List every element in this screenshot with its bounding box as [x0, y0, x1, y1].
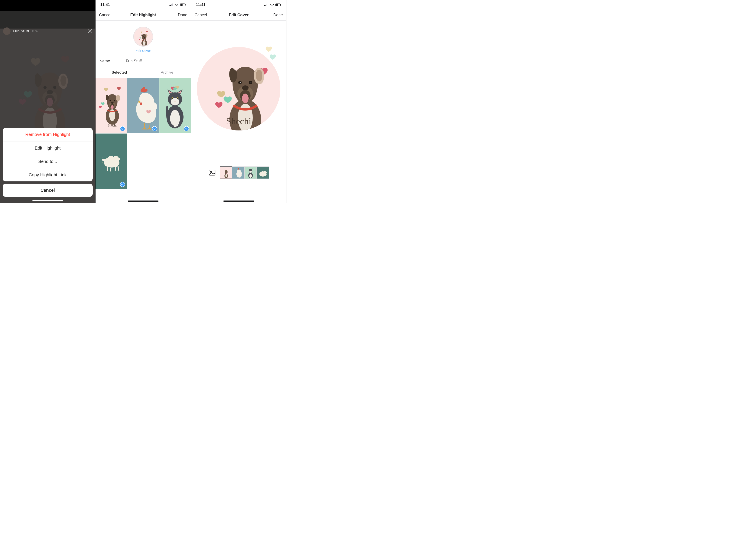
svg-point-75: [250, 171, 252, 173]
story-thumb-cat[interactable]: [159, 78, 191, 133]
done-button[interactable]: Done: [267, 13, 283, 17]
svg-rect-50: [268, 4, 268, 6]
highlight-age: 10w: [31, 29, 38, 33]
close-icon[interactable]: [87, 29, 92, 34]
svg-point-5: [47, 90, 53, 95]
story-thumb-dog[interactable]: Shechi: [95, 78, 127, 133]
remove-from-highlight-button[interactable]: Remove from Highlight: [3, 128, 93, 141]
svg-point-64: [240, 82, 241, 83]
action-sheet: Remove from Highlight Edit Highlight Sen…: [3, 128, 93, 197]
svg-point-67: [210, 171, 212, 172]
svg-point-63: [249, 81, 252, 84]
cover-option-chicken[interactable]: [232, 166, 244, 179]
cancel-button[interactable]: Cancel: [195, 13, 210, 17]
svg-point-62: [238, 81, 242, 84]
svg-point-41: [172, 98, 173, 99]
tab-archive[interactable]: Archive: [143, 67, 191, 78]
svg-point-6: [43, 86, 46, 89]
selected-check-icon: [120, 182, 125, 187]
svg-rect-52: [276, 4, 278, 6]
cellular-icon: [169, 4, 173, 6]
svg-text:Shechi: Shechi: [108, 124, 117, 127]
name-field[interactable]: Fun Stuff: [126, 59, 142, 64]
wifi-icon: [270, 4, 274, 6]
name-label: Name: [99, 59, 126, 64]
svg-rect-14: [185, 4, 186, 6]
svg-point-28: [111, 105, 114, 109]
svg-rect-10: [171, 4, 172, 6]
camera-roll-icon[interactable]: [208, 169, 216, 176]
cover-preview[interactable]: Shechi: [191, 21, 286, 157]
svg-point-31: [114, 100, 115, 101]
status-bar: 11:41: [191, 0, 286, 10]
svg-rect-11: [172, 4, 173, 6]
svg-rect-49: [267, 4, 267, 6]
cover-option-goat[interactable]: [257, 166, 269, 179]
story-thumb-goat[interactable]: [95, 133, 127, 189]
battery-icon: [275, 4, 282, 6]
cancel-button[interactable]: Cancel: [3, 183, 93, 197]
tab-selected[interactable]: Selected: [95, 67, 143, 78]
action-sheet-group: Remove from Highlight Edit Highlight Sen…: [3, 128, 93, 182]
name-row[interactable]: Name Fun Stuff: [95, 55, 191, 67]
svg-line-46: [118, 166, 119, 170]
svg-point-22: [143, 37, 144, 37]
tabs: Selected Archive: [95, 67, 191, 78]
cover-thumbnail-strip: [191, 166, 286, 179]
cancel-button[interactable]: Cancel: [99, 13, 114, 17]
cover-thumbnail[interactable]: [133, 27, 153, 46]
svg-rect-47: [264, 5, 265, 6]
selected-check-icon: [152, 126, 157, 131]
svg-point-71: [226, 173, 227, 174]
edit-highlight-button[interactable]: Edit Highlight: [3, 141, 93, 155]
home-indicator: [32, 200, 63, 201]
home-indicator: [223, 201, 254, 202]
svg-line-43: [107, 167, 108, 171]
story-header: Fun Stuff 10w: [0, 25, 95, 38]
nav-title: Edit Highlight: [130, 13, 156, 17]
selected-check-icon: [184, 126, 189, 131]
screen-story-actions: Fun Stuff 10w: [0, 0, 95, 203]
svg-rect-48: [265, 5, 266, 6]
wifi-icon: [175, 4, 178, 6]
svg-rect-13: [180, 4, 183, 6]
send-to-button[interactable]: Send to...: [3, 155, 93, 168]
cover-caption: Shechi: [197, 116, 281, 127]
svg-point-65: [251, 82, 252, 83]
svg-point-7: [53, 86, 56, 89]
svg-point-20: [144, 39, 145, 40]
cover-option-cat[interactable]: [244, 166, 257, 179]
story-grid: Shechi: [95, 78, 191, 189]
highlight-title: Fun Stuff: [13, 29, 29, 33]
cellular-icon: [264, 4, 269, 6]
nav-title: Edit Cover: [229, 13, 249, 17]
svg-point-21: [144, 37, 145, 38]
status-icons: [169, 4, 186, 6]
status-bar: 11:41: [95, 0, 191, 10]
story-thumb-chicken[interactable]: [127, 78, 159, 133]
svg-point-23: [145, 37, 146, 37]
svg-line-33: [144, 123, 145, 128]
svg-rect-9: [170, 5, 171, 6]
cover-area: Edit Cover: [95, 21, 191, 55]
svg-rect-66: [209, 170, 215, 175]
svg-point-29: [111, 102, 114, 104]
highlight-avatar: [3, 27, 11, 35]
screen-edit-highlight: 11:41 Cancel Edit Highlight Done: [95, 0, 191, 203]
svg-point-4: [47, 98, 53, 106]
svg-point-73: [249, 174, 252, 178]
cover-option-dog[interactable]: [220, 166, 232, 179]
svg-point-61: [242, 85, 249, 90]
screen-edit-cover: 11:41 Cancel Edit Cover Done: [191, 0, 286, 203]
svg-point-69: [225, 174, 227, 177]
nav-bar: Cancel Edit Highlight Done: [95, 10, 191, 21]
copy-highlight-link-button[interactable]: Copy Highlight Link: [3, 168, 93, 182]
edit-cover-link[interactable]: Edit Cover: [95, 49, 191, 52]
svg-point-30: [109, 100, 111, 101]
svg-line-34: [149, 123, 149, 128]
status-time: 11:41: [100, 3, 110, 7]
status-time: 11:41: [196, 3, 205, 7]
svg-rect-8: [169, 5, 170, 6]
nav-bar: Cancel Edit Cover Done: [191, 10, 286, 21]
done-button[interactable]: Done: [172, 13, 187, 17]
